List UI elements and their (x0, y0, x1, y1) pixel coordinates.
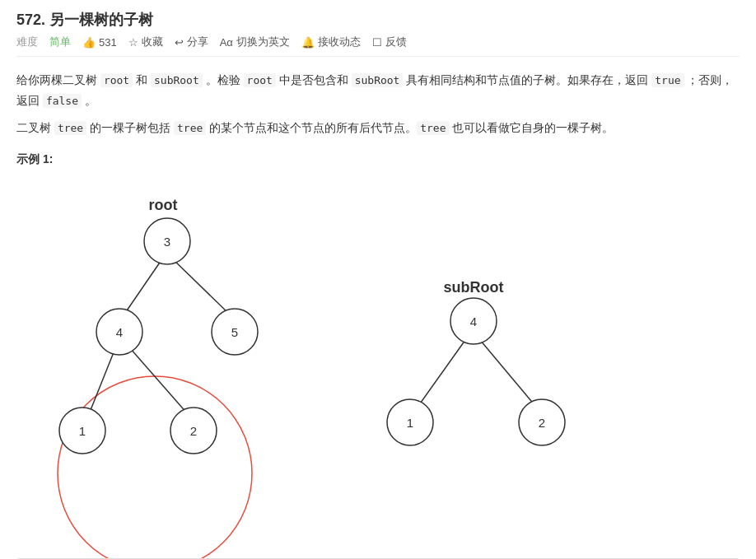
bell-icon: 🔔 (301, 36, 315, 49)
node-2-text: 2 (190, 423, 197, 437)
sub-node-1-text: 1 (407, 415, 413, 429)
subscribe-button[interactable]: 🔔 接收动态 (301, 35, 361, 49)
root-tree: root 3 4 5 (33, 185, 296, 533)
star-icon: ☆ (128, 36, 138, 49)
edge-3-5 (171, 258, 231, 315)
subtree-highlight (58, 376, 252, 559)
description: 给你两棵二叉树 root 和 subRoot 。检验 root 中是否包含和 s… (16, 70, 740, 139)
difficulty-label: 难度 (16, 35, 38, 49)
sub-edge-4-2 (480, 340, 535, 406)
like-button[interactable]: 👍 531 (82, 36, 117, 49)
subscribe-label: 接收动态 (318, 35, 361, 49)
node-5-text: 5 (231, 324, 238, 338)
feedback-label: 反馈 (385, 35, 407, 49)
subroot-tree: subRoot 4 1 2 (362, 185, 593, 533)
node-4-text: 4 (116, 324, 123, 338)
page-container: 572. 另一棵树的子树 难度 简单 👍 531 ☆ 收藏 ↩ 分享 Aα 切换… (0, 0, 756, 559)
collect-button[interactable]: ☆ 收藏 (128, 35, 163, 49)
example-label: 示例 1: (16, 152, 740, 167)
feedback-icon: ☐ (372, 36, 382, 49)
root-tree-svg: root 3 4 5 (33, 185, 296, 531)
page-title: 572. 另一棵树的子树 (16, 10, 740, 30)
edge-4-2 (130, 348, 188, 414)
node-3-text: 3 (164, 234, 170, 248)
share-icon: ↩ (175, 36, 184, 49)
sub-node-4-text: 4 (470, 314, 477, 328)
toolbar: 难度 简单 👍 531 ☆ 收藏 ↩ 分享 Aα 切换为英文 🔔 接收动态 ☐ … (16, 35, 740, 57)
switch-lang-label: 切换为英文 (236, 35, 290, 49)
share-button[interactable]: ↩ 分享 (175, 35, 208, 49)
thumb-icon: 👍 (82, 36, 96, 49)
difficulty-easy[interactable]: 简单 (49, 35, 71, 49)
like-count: 531 (99, 36, 117, 49)
subroot-label: subRoot (444, 279, 504, 296)
switch-lang-button[interactable]: Aα 切换为英文 (220, 35, 290, 49)
desc-line2: 二叉树 tree 的一棵子树包括 tree 的某个节点和这个节点的所有后代节点。… (16, 118, 740, 138)
desc-line1: 给你两棵二叉树 root 和 subRoot 。检验 root 中是否包含和 s… (16, 70, 740, 111)
root-label: root (149, 197, 178, 213)
edge-3-4 (124, 258, 163, 315)
node-1-text: 1 (79, 423, 86, 437)
feedback-button[interactable]: ☐ 反馈 (372, 35, 407, 49)
subroot-tree-svg: subRoot 4 1 2 (362, 185, 593, 531)
collect-label: 收藏 (142, 35, 163, 49)
edge-4-1 (89, 348, 115, 414)
sub-edge-4-1 (418, 340, 465, 406)
sub-node-2-text: 2 (539, 415, 545, 429)
lang-icon: Aα (220, 36, 233, 49)
share-label: 分享 (187, 35, 208, 49)
diagram-area: root 3 4 5 (16, 177, 740, 542)
